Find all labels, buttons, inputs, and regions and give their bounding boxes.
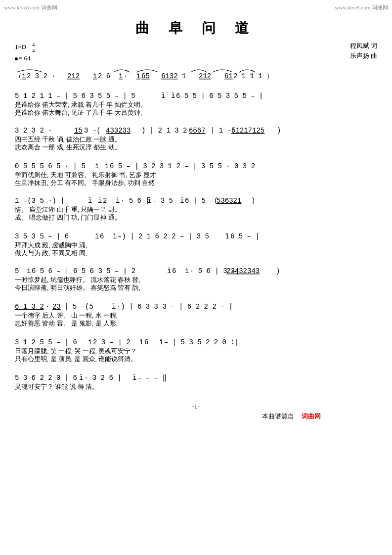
svg-text:·: · bbox=[139, 337, 142, 342]
svg-text:–  | 5 3 5 2 2 0  :|: – | 5 3 5 2 2 0 :| bbox=[164, 338, 239, 346]
svg-text:·: · bbox=[185, 266, 187, 271]
svg-text:·: · bbox=[159, 337, 162, 342]
svg-text:（: （ bbox=[15, 72, 22, 80]
svg-text:学而优则仕,  天地 可兼容。  礼乐射御 书,  艺多  : 学而优则仕, 天地 可兼容。 礼乐射御 书, 艺多 显才 bbox=[15, 171, 156, 179]
line3-lyrics1: 学而优则仕, 天地 可兼容。 礼乐射御 书, 艺多 显才 bbox=[15, 171, 156, 179]
svg-text:一时惊梦起,  坑儒也狰狞。  流水落花  春秋  替,: 一时惊梦起, 坑儒也狰狞。 流水落花 春秋 替, bbox=[15, 276, 140, 283]
svg-text:–) | 2 1 6 2 2 –  | 3 5: –) | 2 1 6 2 2 – | 3 5 bbox=[118, 232, 209, 240]
key-signature: 1=D 4 4 bbox=[15, 42, 35, 53]
line8-notation: 3 1 2 5 5 – | 6 i · 2 3 – | 2 i · 6 i · … bbox=[15, 336, 239, 346]
svg-text:1 –(3 5 ·)  |: 1 –(3 5 ·) | bbox=[15, 197, 65, 205]
svg-text:·: · bbox=[167, 266, 170, 271]
svg-text:·: · bbox=[95, 231, 97, 236]
line5-notation: 3 5 3 5 – | 6 i · 6 i · –) | 2 1 6 2 2 –… bbox=[15, 231, 260, 240]
svg-text:·: · bbox=[116, 195, 118, 200]
svg-text:433233: 433233 bbox=[106, 127, 131, 135]
svg-text:6567: 6567 bbox=[189, 127, 206, 135]
svg-text:·: · bbox=[161, 91, 164, 95]
svg-text:悲欢离合  一部  戏,        生死沉浮   都生 : 悲欢离合 一部 戏, 生死沉浮 都生 动。 bbox=[14, 143, 121, 151]
line6-lyrics1: 一时惊梦起, 坑儒也狰狞。 流水落花 春秋 替, bbox=[15, 276, 140, 283]
svg-text:四书五经  千秋  诵,        德治仁政   一脉 : 四书五经 千秋 诵, 德治仁政 一脉 通。 bbox=[15, 136, 121, 143]
svg-text:·: · bbox=[105, 161, 107, 166]
svg-text:5 1 2 1 1 –  | 5 6 3 5 5 –  | : 5 1 2 1 1 – | 5 6 3 5 5 – | 5 bbox=[15, 92, 135, 100]
svg-text:·: · bbox=[95, 161, 97, 166]
svg-text:2 1  1 1 ）: 2 1 1 1 ） bbox=[233, 72, 273, 80]
svg-text:今日演聊斋,  明日演奸雄。  喜笑怒骂  皆有  韵,: 今日演聊斋, 明日演奸雄。 喜笑怒骂 皆有 韵, bbox=[15, 284, 140, 291]
line1-notation: 5 1 2 1 1 – | 5 6 3 5 5 – | 5 i · i · 6 … bbox=[15, 90, 263, 100]
svg-text:212: 212 bbox=[199, 72, 211, 80]
svg-text:日落月朦胧,  笑    一程,    哭    一程,  : 日落月朦胧, 笑 一程, 哭 一程, 灵魂可安宁？ bbox=[15, 347, 137, 355]
line7-notation: 6 1 3 2 · 23 | 5 –(5 i · ·) | 6 3 3 3 – … bbox=[15, 301, 233, 311]
svg-text:6 5  5 | 6 5 3 5 5 –  |: 6 5 5 | 6 5 3 5 5 – | bbox=[176, 92, 263, 100]
svg-text:6: 6 bbox=[100, 232, 104, 240]
svg-text:212: 212 bbox=[67, 72, 80, 80]
line5-lyrics2: 做人与为 政, 不同又相 同, bbox=[15, 249, 87, 257]
svg-text:| 5 –(5: | 5 –(5 bbox=[64, 303, 93, 311]
watermark-left: www.ktvc8.com 词曲网 bbox=[4, 4, 57, 11]
watermark-right: www.ktvc8.com 词曲网 bbox=[335, 4, 388, 11]
svg-text:6 5 –  |: 6 5 – | bbox=[230, 232, 260, 240]
svg-text:2 3 –  | 2: 2 3 – | 2 bbox=[93, 338, 131, 346]
line9-notation: 5 3 6 2 2 0 | 6 i · · 3 2 6 | i · – – – … bbox=[15, 372, 167, 382]
meta-left: 1=D 4 4 = 64 bbox=[15, 42, 35, 62]
svg-text:6 5 –  | 3 2 3 1 2 –  | 3 5 5 : 6 5 – | 3 2 3 1 2 – | 3 5 5 · 0 3 2 bbox=[110, 162, 255, 170]
page: www.ktvc8.com 词曲网 www.ktvc8.com 词曲网 曲 阜 … bbox=[0, 0, 392, 555]
svg-text:忠奸善恶  皆动  容。    是      鬼影,  是 : 忠奸善恶 皆动 容。 是 鬼影, 是 人形, bbox=[14, 320, 118, 327]
svg-text:是谁给你        偌大舞台,        见证  了: 是谁给你 偌大舞台, 见证 了几千 年 大吕黄钟。 bbox=[15, 109, 147, 116]
svg-text:3 5  3 5 –  | 6: 3 5 3 5 – | 6 bbox=[15, 232, 69, 240]
line4-lyrics2: 成。 唱念做打 四门 功, 门门显神 通。 bbox=[15, 214, 121, 221]
svg-text:·: · bbox=[180, 195, 182, 200]
svg-text:·: · bbox=[93, 71, 95, 76]
svg-text:成。          唱念做打   四门  功,    门: 成。 唱念做打 四门 功, 门门显神 通。 bbox=[15, 214, 121, 221]
svg-text:): ) bbox=[251, 197, 255, 205]
svg-text:·: · bbox=[45, 303, 49, 311]
svg-text:) | 2 1 3 2 ·: ) | 2 1 3 2 · bbox=[141, 127, 195, 135]
svg-text:23: 23 bbox=[52, 303, 61, 311]
svg-text:·: · bbox=[22, 71, 24, 76]
svg-text:3 –(: 3 –( bbox=[84, 127, 101, 135]
svg-text:做人与为 政,    不同又相  同,: 做人与为 政, 不同又相 同, bbox=[15, 249, 87, 257]
line7-lyrics1: 一个德字 后人 评。 山 一程, 水 一程, bbox=[15, 312, 118, 319]
svg-text:0 5 5 5 6 5 ·  | 5: 0 5 5 5 6 5 · | 5 bbox=[15, 162, 86, 170]
svg-text:·: · bbox=[124, 72, 128, 80]
svg-text:536321: 536321 bbox=[217, 197, 241, 205]
svg-text:6: 6 bbox=[172, 267, 176, 275]
svg-text:2 3 2 ·: 2 3 2 · bbox=[27, 72, 56, 80]
author-ci: 程凤斌 词 bbox=[350, 42, 377, 50]
intro-line: （ i · 2 3 2 · 212 i · 2 6 i · · i · 65 6… bbox=[15, 70, 273, 80]
svg-text:·: · bbox=[119, 71, 121, 76]
line1-lyrics1: 是谁给你 偌大荣幸, 承载 着几千 年 灿烂文明。 bbox=[15, 101, 147, 108]
svg-text:·)  | 6 3  3 3 –  | 6 2  2 2 –: ·) | 6 3 3 3 – | 6 2 2 2 – | bbox=[117, 303, 233, 311]
svg-text:词曲网: 词曲网 bbox=[302, 413, 321, 420]
svg-text:): ) bbox=[277, 127, 281, 135]
svg-text:· 5 6 |: · 5 6 | bbox=[121, 197, 150, 205]
svg-text:5 3 6 2 2 0  | 6: 5 3 6 2 2 0 | 6 bbox=[15, 374, 77, 382]
svg-text:6132: 6132 bbox=[161, 72, 178, 80]
svg-text:2: 2 bbox=[103, 197, 107, 205]
svg-text:只有心里明,  是    演员,    是    观众,  : 只有心里明, 是 演员, 是 观众, 谁能说得清。 bbox=[15, 355, 137, 363]
svg-text:): ) bbox=[276, 267, 280, 275]
line3-notation: 0 5 5 5 6 5 · | 5 i · i · 6 5 – | 3 2 3 … bbox=[15, 160, 255, 170]
line8-lyrics2: 只有心里明, 是 演员, 是 观众, 谁能说得清。 bbox=[15, 355, 137, 363]
svg-text:·  3  2 6 |: · 3 2 6 | bbox=[84, 374, 122, 382]
svg-text:·: · bbox=[98, 195, 100, 200]
svg-text:23432343: 23432343 bbox=[226, 267, 260, 275]
svg-text:-1-: -1- bbox=[192, 403, 199, 410]
svg-text:·: · bbox=[113, 231, 115, 236]
svg-text:1: 1 bbox=[182, 72, 186, 80]
svg-text:51217125: 51217125 bbox=[231, 127, 264, 135]
svg-text:65: 65 bbox=[141, 72, 150, 80]
svg-text:6 1 3 2: 6 1 3 2 bbox=[15, 303, 44, 311]
svg-text:3 1 2 5 5 –  | 6: 3 1 2 5 5 – | 6 bbox=[15, 338, 77, 346]
score-svg: （ i · 2 3 2 · 212 i · 2 6 i · · i · 65 6… bbox=[15, 63, 377, 548]
svg-text:15: 15 bbox=[74, 127, 83, 135]
svg-text:一个德字  后人  评。    山      一程,  水 : 一个德字 后人 评。 山 一程, 水 一程, bbox=[15, 312, 118, 319]
svg-text:本曲谱源自: 本曲谱源自 bbox=[262, 413, 294, 420]
tempo: = 64 bbox=[15, 54, 35, 62]
svg-text:·: · bbox=[132, 372, 135, 377]
svg-text:6: 6 bbox=[144, 338, 148, 346]
svg-text:拜拜大成 殿,    虔诚胸中  涌,: 拜拜大成 殿, 虔诚胸中 涌, bbox=[15, 241, 87, 249]
time-signature: 4 4 bbox=[32, 42, 35, 53]
svg-text:·: · bbox=[171, 91, 174, 95]
svg-text:·: · bbox=[225, 231, 228, 236]
